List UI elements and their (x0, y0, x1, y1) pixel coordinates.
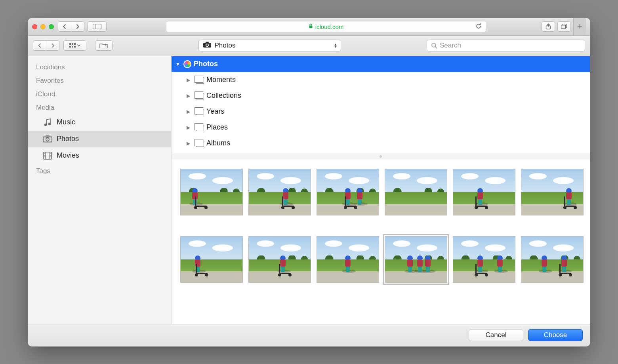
collection-icon (196, 125, 204, 131)
icon-view-icon (69, 43, 76, 48)
tree-row-label: Albums (206, 139, 230, 147)
collection-icon (196, 77, 204, 84)
sidebar-item-label: Photos (57, 135, 79, 143)
svg-rect-9 (69, 46, 71, 48)
browser-back-button[interactable] (58, 21, 71, 32)
photo-thumbnail[interactable] (521, 236, 584, 283)
tree-row-label: Photos (194, 60, 218, 68)
disclosure-down-icon: ▼ (175, 61, 181, 67)
photo-thumbnail[interactable] (248, 169, 311, 215)
photo-thumbnail[interactable] (180, 236, 243, 283)
svg-point-15 (206, 44, 208, 46)
reload-button[interactable] (475, 23, 482, 30)
music-icon (42, 118, 53, 127)
photos-app-icon (183, 60, 191, 68)
photo-thumbnail[interactable] (385, 169, 447, 215)
view-mode-button[interactable] (63, 40, 86, 51)
photo-thumbnail[interactable] (248, 236, 311, 283)
tree-item[interactable]: ▶Albums (172, 135, 590, 151)
sidebar-item-photos[interactable]: Photos (28, 131, 171, 147)
sidebar-group-media[interactable]: Media (28, 101, 171, 114)
splitter-handle[interactable] (172, 154, 590, 159)
svg-point-19 (48, 122, 51, 125)
choose-button[interactable]: Choose (528, 329, 583, 341)
photo-thumbnail[interactable] (385, 236, 447, 283)
tree-item[interactable]: ▶Years (172, 104, 590, 120)
sidebar-item-label: Music (57, 118, 75, 126)
svg-line-17 (435, 47, 437, 48)
svg-rect-11 (74, 46, 76, 48)
tree-row-label: Moments (206, 76, 236, 84)
tree-item[interactable]: ▶Collections (172, 88, 590, 104)
tree-root-photos[interactable]: ▼ Photos (172, 56, 590, 72)
sidebar-group-tags[interactable]: Tags (28, 164, 171, 177)
new-folder-icon (99, 43, 108, 48)
svg-rect-8 (74, 43, 76, 45)
button-label: Cancel (486, 331, 507, 339)
svg-rect-6 (69, 43, 71, 45)
collection-icon (196, 141, 204, 147)
tabs-icon (561, 24, 567, 29)
search-input[interactable]: Search (427, 40, 585, 51)
sidebar-item-movies[interactable]: Movies (28, 147, 171, 164)
close-window-button[interactable] (32, 24, 37, 29)
zoom-window-button[interactable] (49, 24, 54, 29)
tree-row-label: Collections (206, 91, 241, 100)
photo-thumbnail[interactable] (317, 169, 379, 215)
tree-item[interactable]: ▶Places (172, 120, 590, 135)
search-icon (431, 42, 437, 49)
share-button[interactable] (542, 21, 555, 32)
svg-rect-2 (309, 26, 312, 29)
safari-window: icloud.com + (28, 18, 590, 347)
photo-thumbnail[interactable] (317, 236, 379, 283)
tree-item[interactable]: ▶Moments (172, 72, 590, 88)
panel-back-button[interactable] (33, 40, 46, 51)
share-icon (546, 23, 551, 30)
svg-rect-22 (46, 135, 49, 137)
lock-icon (309, 23, 313, 30)
photo-thumbnail[interactable] (453, 169, 515, 215)
stepper-arrows-icon: ▲▼ (334, 43, 338, 48)
disclosure-right-icon: ▶ (185, 93, 191, 99)
plus-icon: + (577, 21, 582, 32)
new-folder-button[interactable] (95, 40, 113, 51)
cancel-button[interactable]: Cancel (469, 329, 523, 341)
photo-thumbnail[interactable] (521, 169, 584, 215)
button-label: Choose (544, 331, 567, 339)
disclosure-right-icon: ▶ (185, 109, 191, 114)
chevron-right-icon (51, 43, 55, 48)
sidebar-group-favorites[interactable]: Favorites (28, 74, 171, 87)
chevron-down-icon (77, 44, 80, 47)
svg-rect-10 (72, 46, 73, 48)
disclosure-right-icon: ▶ (185, 77, 191, 83)
sidebar-group-locations[interactable]: Locations (28, 60, 171, 74)
photo-thumbnail[interactable] (453, 236, 515, 283)
address-bar[interactable]: icloud.com (166, 21, 486, 32)
open-panel-toolbar: Photos ▲▼ Search (28, 36, 590, 56)
chevron-left-icon (38, 43, 42, 48)
location-popup-label: Photos (215, 42, 236, 50)
location-popup[interactable]: Photos ▲▼ (198, 40, 341, 51)
panel-forward-button[interactable] (46, 40, 59, 51)
browser-main: ▼ Photos ▶Moments▶Collections▶Years▶Plac… (172, 56, 590, 324)
sidebar-group-icloud[interactable]: iCloud (28, 87, 171, 101)
collection-icon (196, 109, 204, 115)
show-sidebar-button[interactable] (88, 21, 107, 32)
sidebar: Locations Favorites iCloud Media Music P… (28, 56, 172, 324)
chevron-left-icon (63, 24, 67, 29)
address-url: icloud.com (315, 23, 344, 30)
camera-icon (42, 135, 53, 143)
browser-forward-button[interactable] (71, 21, 84, 32)
show-tabs-button[interactable] (557, 21, 571, 32)
thumbnails-area (172, 159, 590, 324)
disclosure-right-icon: ▶ (185, 141, 191, 146)
minimize-window-button[interactable] (40, 24, 46, 29)
svg-point-23 (46, 138, 49, 141)
new-tab-button[interactable]: + (573, 18, 586, 35)
tree-row-label: Years (206, 107, 224, 116)
svg-rect-0 (93, 24, 101, 29)
film-icon (42, 152, 53, 160)
sidebar-item-label: Movies (57, 151, 79, 160)
sidebar-item-music[interactable]: Music (28, 114, 171, 131)
photo-thumbnail[interactable] (180, 169, 243, 215)
